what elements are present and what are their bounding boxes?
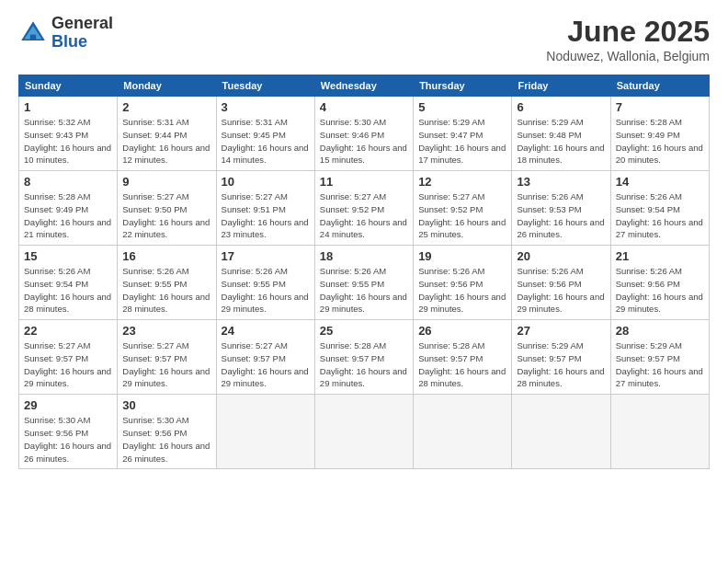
day-number: 26 xyxy=(418,324,506,338)
day-number: 16 xyxy=(122,249,210,263)
day-info: Sunrise: 5:26 AMSunset: 9:55 PMDaylight:… xyxy=(320,265,408,316)
day-info: Sunrise: 5:28 AMSunset: 9:49 PMDaylight:… xyxy=(616,116,704,167)
day-number: 14 xyxy=(616,175,704,189)
day-number: 6 xyxy=(517,100,605,114)
logo: General Blue xyxy=(18,15,113,52)
table-row xyxy=(610,395,709,469)
table-row: 3Sunrise: 5:31 AMSunset: 9:45 PMDaylight… xyxy=(216,97,314,171)
month-title: June 2025 xyxy=(546,15,710,49)
table-row: 17Sunrise: 5:26 AMSunset: 9:55 PMDayligh… xyxy=(216,246,314,320)
table-row: 11Sunrise: 5:27 AMSunset: 9:52 PMDayligh… xyxy=(314,171,413,246)
calendar-week-row: 8Sunrise: 5:28 AMSunset: 9:49 PMDaylight… xyxy=(19,171,710,246)
table-row: 30Sunrise: 5:30 AMSunset: 9:56 PMDayligh… xyxy=(118,395,216,469)
day-info: Sunrise: 5:27 AMSunset: 9:50 PMDaylight:… xyxy=(122,190,210,241)
location: Noduwez, Wallonia, Belgium xyxy=(546,49,710,63)
day-number: 18 xyxy=(320,249,408,263)
table-row: 18Sunrise: 5:26 AMSunset: 9:55 PMDayligh… xyxy=(314,246,413,320)
table-row: 26Sunrise: 5:28 AMSunset: 9:57 PMDayligh… xyxy=(414,320,512,395)
calendar-header-row: Sunday Monday Tuesday Wednesday Thursday… xyxy=(19,75,710,97)
logo-blue-text: Blue xyxy=(51,33,113,52)
day-number: 29 xyxy=(24,398,112,412)
day-number: 20 xyxy=(517,249,605,263)
day-info: Sunrise: 5:27 AMSunset: 9:51 PMDaylight:… xyxy=(222,190,310,241)
table-row: 10Sunrise: 5:27 AMSunset: 9:51 PMDayligh… xyxy=(216,171,314,246)
day-info: Sunrise: 5:26 AMSunset: 9:55 PMDaylight:… xyxy=(122,265,210,316)
logo-text: General Blue xyxy=(51,15,113,52)
table-row: 21Sunrise: 5:26 AMSunset: 9:56 PMDayligh… xyxy=(610,246,709,320)
day-number: 25 xyxy=(320,324,408,338)
table-row: 24Sunrise: 5:27 AMSunset: 9:57 PMDayligh… xyxy=(216,320,314,395)
day-number: 28 xyxy=(616,324,704,338)
table-row: 7Sunrise: 5:28 AMSunset: 9:49 PMDaylight… xyxy=(610,97,709,171)
page: General Blue June 2025 Noduwez, Wallonia… xyxy=(0,0,728,484)
day-number: 23 xyxy=(122,324,210,338)
day-number: 17 xyxy=(222,249,310,263)
svg-rect-2 xyxy=(30,34,36,40)
table-row xyxy=(414,395,512,469)
calendar-week-row: 29Sunrise: 5:30 AMSunset: 9:56 PMDayligh… xyxy=(19,395,710,469)
calendar-week-row: 1Sunrise: 5:32 AMSunset: 9:43 PMDaylight… xyxy=(19,97,710,171)
day-info: Sunrise: 5:27 AMSunset: 9:57 PMDaylight:… xyxy=(24,339,112,390)
day-info: Sunrise: 5:29 AMSunset: 9:57 PMDaylight:… xyxy=(616,339,704,390)
day-info: Sunrise: 5:26 AMSunset: 9:54 PMDaylight:… xyxy=(24,265,112,316)
day-info: Sunrise: 5:30 AMSunset: 9:56 PMDaylight:… xyxy=(122,414,210,465)
day-number: 22 xyxy=(24,324,112,338)
day-info: Sunrise: 5:26 AMSunset: 9:53 PMDaylight:… xyxy=(517,190,605,241)
day-info: Sunrise: 5:30 AMSunset: 9:46 PMDaylight:… xyxy=(320,116,408,167)
day-info: Sunrise: 5:27 AMSunset: 9:57 PMDaylight:… xyxy=(222,339,310,390)
table-row: 6Sunrise: 5:29 AMSunset: 9:48 PMDaylight… xyxy=(512,97,610,171)
day-number: 30 xyxy=(122,398,210,412)
table-row: 25Sunrise: 5:28 AMSunset: 9:57 PMDayligh… xyxy=(314,320,413,395)
table-row: 5Sunrise: 5:29 AMSunset: 9:47 PMDaylight… xyxy=(414,97,512,171)
table-row: 12Sunrise: 5:27 AMSunset: 9:52 PMDayligh… xyxy=(414,171,512,246)
col-wednesday: Wednesday xyxy=(314,75,413,97)
table-row: 4Sunrise: 5:30 AMSunset: 9:46 PMDaylight… xyxy=(314,97,413,171)
col-saturday: Saturday xyxy=(610,75,709,97)
col-tuesday: Tuesday xyxy=(216,75,314,97)
logo-general-text: General xyxy=(51,15,113,33)
table-row: 22Sunrise: 5:27 AMSunset: 9:57 PMDayligh… xyxy=(19,320,118,395)
table-row: 2Sunrise: 5:31 AMSunset: 9:44 PMDaylight… xyxy=(118,97,216,171)
day-number: 9 xyxy=(122,175,210,189)
logo-icon xyxy=(18,18,48,48)
day-info: Sunrise: 5:30 AMSunset: 9:56 PMDaylight:… xyxy=(24,414,112,465)
day-info: Sunrise: 5:28 AMSunset: 9:57 PMDaylight:… xyxy=(320,339,408,390)
day-number: 7 xyxy=(616,100,704,114)
day-info: Sunrise: 5:29 AMSunset: 9:48 PMDaylight:… xyxy=(517,116,605,167)
day-number: 21 xyxy=(616,249,704,263)
table-row: 27Sunrise: 5:29 AMSunset: 9:57 PMDayligh… xyxy=(512,320,610,395)
table-row xyxy=(512,395,610,469)
table-row: 14Sunrise: 5:26 AMSunset: 9:54 PMDayligh… xyxy=(610,171,709,246)
day-info: Sunrise: 5:26 AMSunset: 9:54 PMDaylight:… xyxy=(616,190,704,241)
day-info: Sunrise: 5:29 AMSunset: 9:57 PMDaylight:… xyxy=(517,339,605,390)
day-number: 27 xyxy=(517,324,605,338)
table-row: 13Sunrise: 5:26 AMSunset: 9:53 PMDayligh… xyxy=(512,171,610,246)
calendar-table: Sunday Monday Tuesday Wednesday Thursday… xyxy=(18,75,710,469)
day-info: Sunrise: 5:26 AMSunset: 9:56 PMDaylight:… xyxy=(616,265,704,316)
day-number: 1 xyxy=(24,100,112,114)
day-number: 24 xyxy=(222,324,310,338)
table-row: 28Sunrise: 5:29 AMSunset: 9:57 PMDayligh… xyxy=(610,320,709,395)
table-row: 19Sunrise: 5:26 AMSunset: 9:56 PMDayligh… xyxy=(414,246,512,320)
day-info: Sunrise: 5:28 AMSunset: 9:49 PMDaylight:… xyxy=(24,190,112,241)
day-info: Sunrise: 5:28 AMSunset: 9:57 PMDaylight:… xyxy=(418,339,506,390)
day-number: 12 xyxy=(418,175,506,189)
day-info: Sunrise: 5:27 AMSunset: 9:57 PMDaylight:… xyxy=(122,339,210,390)
table-row: 16Sunrise: 5:26 AMSunset: 9:55 PMDayligh… xyxy=(118,246,216,320)
day-number: 5 xyxy=(418,100,506,114)
day-info: Sunrise: 5:26 AMSunset: 9:55 PMDaylight:… xyxy=(222,265,310,316)
col-monday: Monday xyxy=(118,75,216,97)
table-row: 23Sunrise: 5:27 AMSunset: 9:57 PMDayligh… xyxy=(118,320,216,395)
table-row: 1Sunrise: 5:32 AMSunset: 9:43 PMDaylight… xyxy=(19,97,118,171)
table-row xyxy=(314,395,413,469)
day-info: Sunrise: 5:27 AMSunset: 9:52 PMDaylight:… xyxy=(320,190,408,241)
table-row: 15Sunrise: 5:26 AMSunset: 9:54 PMDayligh… xyxy=(19,246,118,320)
day-number: 3 xyxy=(222,100,310,114)
day-number: 11 xyxy=(320,175,408,189)
calendar-week-row: 15Sunrise: 5:26 AMSunset: 9:54 PMDayligh… xyxy=(19,246,710,320)
day-info: Sunrise: 5:27 AMSunset: 9:52 PMDaylight:… xyxy=(418,190,506,241)
day-number: 8 xyxy=(24,175,112,189)
day-number: 15 xyxy=(24,249,112,263)
title-section: June 2025 Noduwez, Wallonia, Belgium xyxy=(546,15,710,63)
day-info: Sunrise: 5:31 AMSunset: 9:45 PMDaylight:… xyxy=(222,116,310,167)
